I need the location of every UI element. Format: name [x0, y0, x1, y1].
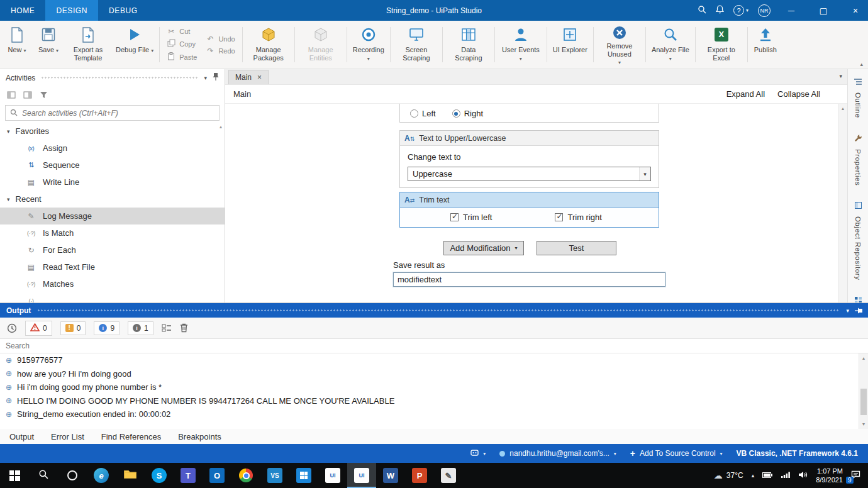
menu-tab-home[interactable]: HOME: [0, 0, 45, 21]
add-modification-button[interactable]: Add Modification ▾: [443, 241, 524, 255]
volume-icon[interactable]: [798, 471, 808, 480]
scroll-up-icon[interactable]: ▴: [838, 104, 847, 111]
output-search-input[interactable]: [0, 339, 868, 353]
tree-group-favorites[interactable]: ▾ Favorites: [0, 123, 225, 140]
manage-entities-button[interactable]: Manage Entities: [297, 22, 345, 67]
warnings-filter-button[interactable]: ! 0: [60, 321, 86, 335]
user-events-button[interactable]: User Events ▾: [497, 22, 545, 67]
unpin-icon[interactable]: [854, 308, 863, 314]
export-as-template-button[interactable]: Export as Template: [64, 22, 112, 67]
errors-filter-button[interactable]: 0: [25, 321, 52, 336]
skype-button[interactable]: S: [145, 463, 174, 488]
activity-read-text-file[interactable]: ▤ Read Text File: [0, 258, 225, 275]
debug-file-button[interactable]: Debug File ▾: [112, 22, 157, 67]
tab-error-list[interactable]: Error List: [51, 432, 84, 441]
view-details-icon[interactable]: [162, 324, 172, 332]
collapse-all-link[interactable]: Collapse All: [777, 89, 820, 99]
cut-button[interactable]: ✂Cut: [167, 27, 197, 36]
panel-view-right-icon[interactable]: [23, 90, 32, 101]
log-entry[interactable]: ⊕HELLO I'M DOING GOOD MY PHONE NUMBER IS…: [0, 394, 868, 408]
vscode-button[interactable]: VS: [260, 463, 289, 488]
tab-list-chevron-icon[interactable]: ▾: [839, 73, 842, 79]
test-button[interactable]: Test: [537, 241, 616, 255]
case-section-header[interactable]: A⇅ Text to Upper/Lowercase: [400, 131, 659, 146]
copy-button[interactable]: Copy: [167, 39, 197, 49]
manage-packages-button[interactable]: Manage Packages: [245, 22, 292, 67]
undo-button[interactable]: ↶Undo: [206, 35, 235, 43]
rail-tab-object-repository[interactable]: Object Repository: [854, 201, 862, 280]
analyze-file-button[interactable]: Analyze File▾: [648, 22, 693, 67]
save-result-input[interactable]: [393, 272, 665, 287]
taskbar-search-button[interactable]: [29, 463, 58, 488]
log-entry[interactable]: ⊕String_demo execution ended in: 00:00:0…: [0, 408, 868, 421]
filter-icon[interactable]: [40, 90, 48, 101]
network-icon[interactable]: [781, 471, 790, 480]
weather-widget[interactable]: ☁ 37°C: [714, 470, 743, 480]
minimize-button[interactable]: ─: [780, 0, 803, 21]
tray-overflow-chevron-icon[interactable]: ▴: [752, 472, 755, 479]
rail-tab-outline[interactable]: Outline: [854, 77, 862, 118]
action-center-button[interactable]: 9: [851, 470, 860, 481]
log-entry[interactable]: ⊕9159776577: [0, 353, 868, 367]
tab-find-references[interactable]: Find References: [101, 432, 161, 441]
rail-tab-properties[interactable]: Properties: [854, 133, 862, 186]
activities-scrollbar[interactable]: ▴: [218, 124, 224, 199]
collapse-ribbon-icon[interactable]: ▴: [860, 61, 863, 67]
activity-sequence[interactable]: ⇅ Sequence: [0, 157, 225, 174]
account-menu[interactable]: nandhu.hrithu@gmail.com's... ▾: [499, 449, 616, 458]
scroll-up-icon[interactable]: ▴: [218, 124, 224, 130]
new-button[interactable]: New ▾: [1, 22, 33, 67]
panel-view-left-icon[interactable]: [7, 90, 16, 101]
battery-icon[interactable]: [762, 471, 773, 480]
menu-tab-debug[interactable]: DEBUG: [98, 0, 148, 21]
remove-unused-button[interactable]: Remove Unused▾: [596, 22, 643, 67]
output-scrollbar[interactable]: ▴ ▾: [859, 353, 868, 429]
timestamps-toggle-icon[interactable]: [7, 323, 17, 333]
screen-scraping-button[interactable]: Screen Scraping: [392, 22, 440, 67]
recording-button[interactable]: Recording▾: [349, 22, 388, 67]
activity-partial-row[interactable]: (·): [0, 292, 225, 302]
activity-for-each[interactable]: ↻ For Each: [0, 241, 225, 258]
word-button[interactable]: W: [376, 463, 405, 488]
pin-icon[interactable]: [213, 72, 219, 84]
search-icon[interactable]: [698, 5, 706, 16]
tree-group-recent[interactable]: ▾ Recent: [0, 191, 225, 208]
chevron-down-icon[interactable]: ▾: [204, 75, 207, 81]
edge-button[interactable]: e: [87, 463, 116, 488]
activity-is-match[interactable]: (·?) Is Match: [0, 225, 225, 241]
trace-filter-button[interactable]: i 1: [128, 321, 153, 335]
tab-main[interactable]: Main ×: [228, 70, 269, 84]
redo-button[interactable]: ↷Redo: [206, 47, 235, 55]
publish-button[interactable]: Publish: [750, 22, 781, 67]
clock-widget[interactable]: 1:07 PM 8/9/2021: [816, 467, 843, 485]
avatar[interactable]: NR: [758, 4, 771, 17]
activity-assign[interactable]: (x) Assign: [0, 140, 225, 157]
start-button[interactable]: [0, 463, 29, 488]
outlook-button[interactable]: O: [203, 463, 231, 488]
assistant-tray-button[interactable]: ▾: [470, 449, 486, 458]
scrollbar-thumb[interactable]: [860, 389, 867, 415]
log-entry[interactable]: ⊕Hi i'm doing good my phone number is *: [0, 380, 868, 394]
menu-tab-design[interactable]: DESIGN: [45, 0, 98, 21]
whiteboard-button[interactable]: ✎: [434, 463, 463, 488]
uipath-button[interactable]: Ui: [318, 463, 347, 488]
store-button[interactable]: [289, 463, 318, 488]
maximize-button[interactable]: ▢: [812, 0, 835, 21]
activities-search-input[interactable]: [22, 109, 214, 118]
cortana-button[interactable]: [58, 463, 87, 488]
close-button[interactable]: ×: [844, 0, 867, 21]
panel-drag-texture[interactable]: [41, 76, 198, 79]
file-explorer-button[interactable]: [116, 463, 145, 488]
expand-all-link[interactable]: Expand All: [726, 89, 765, 99]
add-to-source-control-button[interactable]: + Add To Source Control ▾: [630, 448, 723, 458]
scroll-down-icon[interactable]: ▾: [859, 419, 868, 429]
trim-left-checkbox[interactable]: ✓ Trim left: [450, 213, 492, 222]
radio-right[interactable]: Right: [452, 109, 483, 118]
tab-output[interactable]: Output: [9, 432, 34, 441]
uipath-studio-active-button[interactable]: Ui: [347, 463, 376, 488]
log-entry[interactable]: ⊕how are you? Hi i'm doing good: [0, 367, 868, 381]
chrome-button[interactable]: [231, 463, 260, 488]
tab-breakpoints[interactable]: Breakpoints: [178, 432, 221, 441]
panel-drag-texture[interactable]: [37, 309, 840, 312]
scroll-up-icon[interactable]: ▴: [859, 353, 868, 363]
